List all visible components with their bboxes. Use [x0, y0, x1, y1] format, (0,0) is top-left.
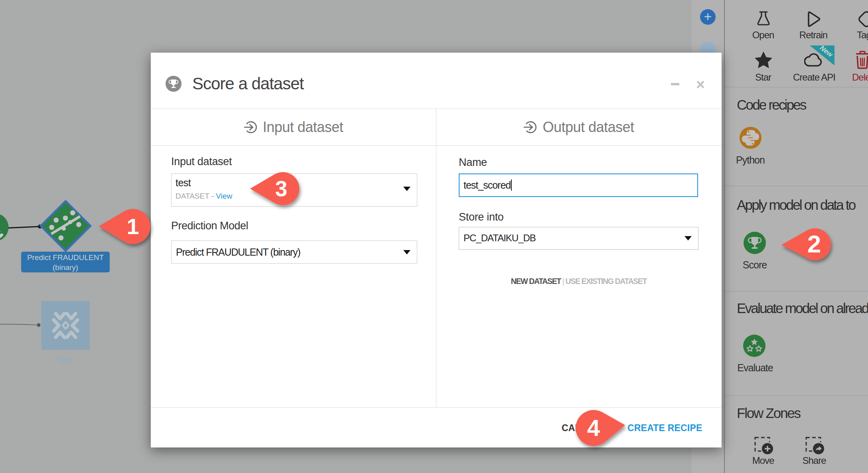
svg-text:4: 4 — [587, 415, 600, 441]
svg-text:3: 3 — [275, 176, 288, 201]
svg-text:2: 2 — [807, 230, 821, 258]
svg-text:1: 1 — [126, 214, 139, 239]
